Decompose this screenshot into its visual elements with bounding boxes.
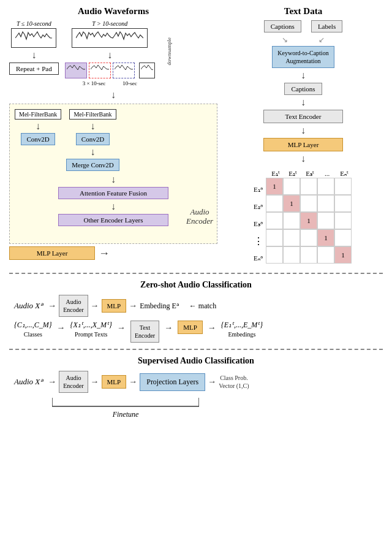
short-waveform-svg xyxy=(15,31,52,45)
conv2d-right: Conv2D xyxy=(76,133,110,145)
arrow-captions-encoder: ↓ xyxy=(301,97,306,107)
long-label: T > 10-second xyxy=(92,20,127,27)
supervised-title: Supervised Audio Classification xyxy=(9,356,383,366)
row-labels: E₁ᵃ E₂ᵃ E₃ᵃ ⋮ Eₙᵃ xyxy=(254,170,263,267)
text-encoder-box: Text Encoder xyxy=(263,110,343,123)
audio-encoder-zs: AudioEncoder xyxy=(59,295,88,317)
mel-filterbank-right: Mel-FilterBank xyxy=(69,109,116,120)
text-encoder-zs: TextEncoder xyxy=(130,321,159,343)
full-width-flow: ↓ Attention Feature Fusion ↓ Other Encod… xyxy=(15,173,212,238)
right-arrow-mlp: → xyxy=(99,247,110,260)
matrix-area: E₁ᵃ E₂ᵃ E₃ᵃ ⋮ Eₙᵃ E₁ᵗ E₂ᵗ E₃ᵗ ... xyxy=(254,170,353,267)
arrow-kw-captions: ↓ xyxy=(301,70,306,80)
zero-shot-section: Zero-shot Audio Classification Audio Xᵃ … xyxy=(9,280,383,343)
mel-row: Mel-FilterBank ↓ Conv2D Mel-FilterBank ↓… xyxy=(15,109,212,171)
top-section: Audio Waveforms T ≤ 10-second ↓ Repeat +… xyxy=(9,6,383,267)
mel-col-left: Mel-FilterBank ↓ Conv2D xyxy=(15,109,61,171)
mlp2-zs: MLP xyxy=(178,321,203,334)
text-flow: Captions Labels ↘ ↙ Keyword-to-CaptionAu… xyxy=(224,20,383,267)
keyword-aug-box: Keyword-to-CaptionAugmentation xyxy=(272,46,334,68)
mlp-row: MLP Layer → xyxy=(9,246,217,260)
short-label: T ≤ 10-second xyxy=(17,20,51,27)
embeddings-text: {E₁ᵗ,...,E_Mᵗ} xyxy=(221,321,263,330)
separator-1 xyxy=(9,273,383,274)
embeddings-col: {E₁ᵗ,...,E_Mᵗ} Embedings xyxy=(221,321,263,338)
finetune-brace-svg xyxy=(52,397,199,408)
prompt-texts-col: {X₁ᵗ,...,X_Mᵗ} Prompt Texts xyxy=(70,321,112,338)
mlp-zs: MLP xyxy=(102,299,127,313)
embeddings-label: Embedings xyxy=(228,331,255,338)
captions2-box: Captions xyxy=(284,83,322,95)
audio-encoder-region: AudioEncoder Mel-FilterBank ↓ Conv2D Mel… xyxy=(9,104,217,244)
classes-col: {C₁,...,C_M} Classes xyxy=(14,321,52,338)
embedding-ea-zs: Embeding Eᵃ xyxy=(140,302,179,311)
seg-wav-3 xyxy=(115,64,133,74)
matrix-row-4: 1 xyxy=(266,229,353,246)
col-labels: E₁ᵗ E₂ᵗ E₃ᵗ ... Eₙᵗ xyxy=(266,170,353,178)
downsample-label: downsample xyxy=(166,37,172,66)
audio-section: Audio Waveforms T ≤ 10-second ↓ Repeat +… xyxy=(9,6,217,267)
mel-filterbank-left: Mel-FilterBank xyxy=(15,109,61,120)
captions-box: Captions xyxy=(264,20,301,32)
prompt-texts: {X₁ᵗ,...,X_Mᵗ} xyxy=(70,321,112,330)
matrix-row-5: 1 xyxy=(266,246,353,264)
supervised-section: Supervised Audio Classification Audio Xᵃ… xyxy=(9,356,383,419)
match-label: ← match xyxy=(189,302,216,311)
long-waveform-svg xyxy=(76,31,143,45)
arrow-short: ↓ xyxy=(31,50,36,60)
class-prob-label: Class Prob.Vector (1,C) xyxy=(219,374,249,390)
text-title: Text Data xyxy=(224,6,383,17)
other-encoder-layers: Other Encoder Layers xyxy=(58,214,168,226)
finetune-label: Finetune xyxy=(52,410,199,419)
seg-labels: 3 × 10-sec 10-sec xyxy=(83,80,137,86)
short-waveform-box xyxy=(11,28,56,48)
zero-shot-title: Zero-shot Audio Classification xyxy=(14,280,378,290)
long-waveform-box xyxy=(72,28,148,48)
classes-label: Classes xyxy=(24,331,42,338)
captions-labels-row: Captions Labels xyxy=(264,20,342,32)
matrix-with-headers: E₁ᵗ E₂ᵗ E₃ᵗ ... Eₙᵗ 1 xyxy=(266,170,353,264)
zero-shot-row1: Audio Xᵃ → AudioEncoder → MLP → Embeding… xyxy=(14,295,378,317)
mlp-layer-text: MLP Layer xyxy=(263,138,343,151)
matrix-row-3: 1 xyxy=(266,212,353,229)
main-container: Audio Waveforms T ≤ 10-second ↓ Repeat +… xyxy=(0,0,392,425)
arrow-long: ↓ xyxy=(107,50,112,60)
text-section: Text Data Captions Labels ↘ ↙ Keyword-to… xyxy=(224,6,383,267)
prompt-label: Prompt Texts xyxy=(75,331,107,338)
seg-wav-4 xyxy=(141,64,153,74)
segmented-waveforms xyxy=(65,63,155,78)
finetune-area: Finetune xyxy=(9,397,383,419)
audio-encoder-label: AudioEncoder xyxy=(186,207,213,226)
attention-feature-fusion: Attention Feature Fusion xyxy=(58,187,168,199)
seg-wav-2 xyxy=(91,64,109,74)
mel-col-right: Mel-FilterBank ↓ Conv2D ↓ Merge Conv2D xyxy=(66,109,119,171)
arrows-from-captions-labels: ↘ ↙ xyxy=(282,35,325,45)
similarity-matrix: 1 1 xyxy=(266,178,353,264)
labels-box: Labels xyxy=(311,20,342,32)
repeat-pad-box: Repeat + Pad xyxy=(9,63,59,75)
merge-conv2d: Merge Conv2D xyxy=(66,159,119,171)
audio-encoder-sup: AudioEncoder xyxy=(59,371,88,393)
classes-text: {C₁,...,C_M} xyxy=(14,321,52,330)
mlp-layer-audio: MLP Layer xyxy=(9,246,95,260)
audio-xa-sup: Audio Xᵃ xyxy=(14,377,43,387)
audio-xa-label-zs: Audio Xᵃ xyxy=(14,301,43,311)
projection-layers-box: Projection Layers xyxy=(140,373,205,391)
arrow-to-encoder: ↓ xyxy=(111,90,116,100)
audio-title: Audio Waveforms xyxy=(9,6,217,17)
seg-wav-1 xyxy=(67,64,85,74)
separator-2 xyxy=(9,349,383,350)
matrix-row-2: 1 xyxy=(266,195,353,212)
arrow-encoder-mlp: ↓ xyxy=(301,126,306,135)
mlp-sup: MLP xyxy=(102,375,127,389)
matrix-row-1: 1 xyxy=(266,178,353,195)
conv2d-left: Conv2D xyxy=(21,133,55,145)
arrow-mlp-matrix: ↓ xyxy=(301,154,306,164)
supervised-flow: Audio Xᵃ → AudioEncoder → MLP → Projecti… xyxy=(9,371,383,393)
zero-shot-row2-wrapper: {C₁,...,C_M} Classes → {X₁ᵗ,...,X_Mᵗ} Pr… xyxy=(14,321,378,343)
